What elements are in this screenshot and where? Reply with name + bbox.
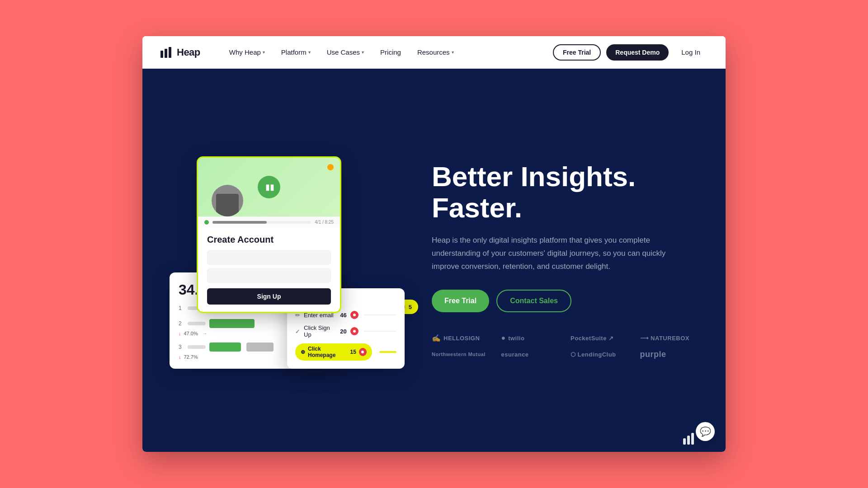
logo-text: Heap <box>177 47 200 58</box>
partner-logos: ✍ HELLOSIGN ● twilio PocketSuite ↗ ⟶ NAT… <box>432 334 698 359</box>
twilio-icon: ● <box>501 334 506 342</box>
progress-dot <box>204 220 209 225</box>
chat-icon: 💬 <box>700 426 711 437</box>
stat-bar-1 <box>683 438 686 445</box>
hellosign-icon: ✍ <box>432 334 441 343</box>
play-icon: ▮▮ <box>265 182 274 192</box>
hero-title-line2: Faster. <box>432 192 522 223</box>
users-count: 5 <box>409 304 412 310</box>
hero-cta: Free Trial Contact Sales <box>432 290 698 312</box>
homepage-label: Click Homepage <box>308 346 348 358</box>
logo-purple: purple <box>640 350 699 359</box>
homepage-icon: ⊕ <box>301 349 305 355</box>
browser-window: Heap Why Heap ▾ Platform ▾ Use Cases ▾ P… <box>142 36 726 452</box>
event-count-1: 46 <box>340 312 346 319</box>
logo[interactable]: Heap <box>160 47 200 58</box>
request-demo-button[interactable]: Request Demo <box>606 44 669 61</box>
password-input[interactable] <box>207 268 331 283</box>
record-icon-1 <box>350 311 359 319</box>
chat-bubble[interactable]: 💬 <box>696 422 715 441</box>
login-button[interactable]: Log In <box>674 45 708 60</box>
hero-illustration: ▮▮ 4/1 / 8:25 Create Account <box>170 152 396 369</box>
nav-item-use-cases[interactable]: Use Cases ▾ <box>320 45 371 60</box>
event-count-2: 20 <box>340 328 346 335</box>
click-hp-line <box>379 351 396 353</box>
hero-title: Better Insights. Faster. <box>432 161 698 223</box>
logo-naturebox: ⟶ NATUREBOX <box>640 334 699 343</box>
create-account-card: ▮▮ 4/1 / 8:25 Create Account <box>197 156 341 313</box>
free-trial-button[interactable]: Free Trial <box>553 44 601 61</box>
nav-item-pricing[interactable]: Pricing <box>373 45 408 60</box>
progress-text: 4/1 / 8:25 <box>315 220 334 225</box>
nav-item-why-heap[interactable]: Why Heap ▾ <box>222 45 272 60</box>
stats-bars <box>683 433 694 445</box>
logo-lendingclub: ⬡ LendingClub <box>571 350 629 359</box>
naturebox-text: ⟶ NATUREBOX <box>640 335 689 342</box>
record-icon-2 <box>350 327 359 335</box>
hero-section: ▮▮ 4/1 / 8:25 Create Account <box>142 69 726 452</box>
create-account-header: ▮▮ <box>198 158 340 216</box>
email-input[interactable] <box>207 250 331 265</box>
logo-northwestern: Northwestern Mutual <box>432 350 491 359</box>
logo-twilio: ● twilio <box>501 334 560 343</box>
event-row-2: ✓ Click Sign Up 20 <box>295 324 396 338</box>
logo-icon <box>160 47 173 58</box>
stat-bar-2 <box>687 436 690 445</box>
create-account-title: Create Account <box>207 235 331 245</box>
svg-rect-2 <box>169 47 171 58</box>
nav-item-resources[interactable]: Resources ▾ <box>410 45 461 60</box>
play-button[interactable]: ▮▮ <box>258 176 280 198</box>
nav-item-platform[interactable]: Platform ▾ <box>274 45 318 60</box>
pocketsuite-text: PocketSuite ↗ <box>571 335 614 342</box>
check-icon: ✓ <box>295 328 300 335</box>
click-homepage-badge: ⊕ Click Homepage 15 <box>295 343 372 361</box>
twilio-text: twilio <box>508 335 524 342</box>
orange-dot <box>327 164 334 170</box>
logo-pocketsuite: PocketSuite ↗ <box>571 334 629 343</box>
navbar: Heap Why Heap ▾ Platform ▾ Use Cases ▾ P… <box>142 36 726 69</box>
hero-contact-sales-button[interactable]: Contact Sales <box>496 290 571 312</box>
chevron-down-icon: ▾ <box>452 50 454 55</box>
signup-button[interactable]: Sign Up <box>207 288 331 305</box>
funnel-bar-gray-3 <box>246 343 274 352</box>
svg-rect-1 <box>165 49 167 58</box>
create-account-body: Create Account Sign Up <box>198 227 340 312</box>
esurance-text: esurance <box>501 351 529 358</box>
hero-title-line1: Better Insights. <box>432 161 636 192</box>
purple-text: purple <box>640 350 666 359</box>
chevron-down-icon: ▾ <box>362 50 364 55</box>
northwestern-text: Northwestern Mutual <box>432 352 486 357</box>
chevron-down-icon: ▾ <box>263 50 265 55</box>
hero-subtitle: Heap is the only digital insights platfo… <box>432 234 685 273</box>
stat-bar-3 <box>691 433 694 445</box>
homepage-count: 15 <box>350 349 356 355</box>
funnel-bar-2 <box>209 319 255 328</box>
record-icon-3 <box>359 348 367 356</box>
event-row-3: ⊕ Click Homepage 15 <box>295 343 396 361</box>
progress-fill <box>212 221 267 224</box>
funnel-bar-3 <box>209 343 241 352</box>
nav-links: Why Heap ▾ Platform ▾ Use Cases ▾ Pricin… <box>222 45 553 60</box>
svg-rect-0 <box>160 51 163 58</box>
nav-actions: Free Trial Request Demo Log In <box>553 44 708 61</box>
event-name-2: Click Sign Up <box>304 324 336 338</box>
hellosign-text: HELLOSIGN <box>443 335 480 342</box>
logo-esurance: esurance <box>501 350 560 359</box>
logo-hellosign: ✍ HELLOSIGN <box>432 334 491 343</box>
funnel-label-bar <box>188 345 206 349</box>
progress-track <box>212 221 311 224</box>
event-line-2 <box>364 331 396 332</box>
funnel-label-bar <box>188 322 206 325</box>
event-line-1 <box>364 314 396 315</box>
hero-content: Better Insights. Faster. Heap is the onl… <box>423 161 698 359</box>
progress-bar: 4/1 / 8:25 <box>198 216 340 227</box>
hero-free-trial-button[interactable]: Free Trial <box>432 290 489 312</box>
lendingclub-text: ⬡ LendingClub <box>571 351 616 358</box>
chevron-down-icon: ▾ <box>308 50 311 55</box>
